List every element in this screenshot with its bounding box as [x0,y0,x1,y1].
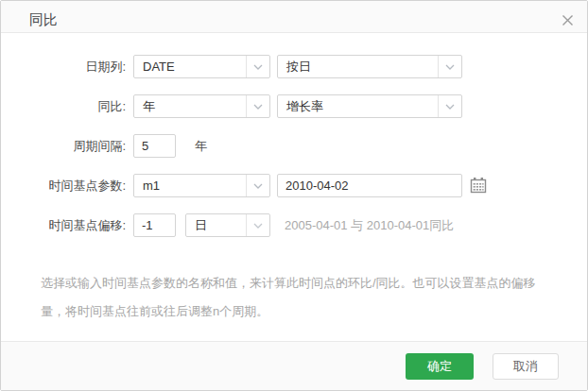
dialog-header: 同比 [1,1,587,33]
date-granularity-value: 按日 [278,56,438,77]
base-point-label: 时间基点参数: [1,174,126,197]
chevron-down-icon [246,214,269,236]
date-column-label: 日期列: [1,55,126,78]
form-row-date-column: 日期列: DATE 按日 [1,55,587,78]
chevron-down-icon [246,95,269,117]
interval-input[interactable] [133,134,176,158]
date-column-select[interactable]: DATE [133,55,270,78]
base-point-date-input[interactable] [277,174,462,197]
yoy-metric-select[interactable]: 增长率 [277,94,462,118]
yoy-metric-value: 增长率 [278,95,438,117]
form-row-yoy: 同比: 年 增长率 [1,94,587,118]
cancel-button[interactable]: 取消 [493,353,559,380]
dialog-description: 选择或输入时间基点参数的名称和值，来计算此时间点的环比/同比。也可以设置基点的偏… [41,269,551,326]
offset-preview-hint: 2005-04-01 与 2010-04-01同比 [285,213,454,237]
interval-label: 周期间隔: [1,134,126,158]
yoy-label: 同比: [1,94,126,118]
yoy-period-value: 年 [134,95,246,117]
yoy-period-select[interactable]: 年 [133,94,270,118]
base-point-param-value: m1 [134,175,246,196]
form-row-base-point: 时间基点参数: m1 [1,174,587,197]
date-granularity-select[interactable]: 按日 [277,55,462,78]
date-column-value: DATE [134,56,246,77]
offset-unit-value: 日 [186,214,246,236]
dialog-title: 同比 [29,11,58,29]
dialog-footer: 确定 取消 [1,341,587,390]
chevron-down-icon [246,175,269,196]
chevron-down-icon [438,95,461,117]
offset-unit-select[interactable]: 日 [185,213,270,237]
confirm-button[interactable]: 确定 [406,353,474,380]
offset-input[interactable] [133,213,176,237]
form-row-interval: 周期间隔: 年 [1,134,587,158]
close-icon[interactable] [561,13,574,26]
interval-unit: 年 [195,134,207,158]
calendar-icon[interactable] [469,176,488,195]
offset-label: 时间基点偏移: [1,213,126,237]
form-row-offset: 时间基点偏移: 日 2005-04-01 与 2010-04-01同比 [1,213,587,237]
chevron-down-icon [246,56,269,77]
yoy-dialog: 同比 日期列: DATE 按日 同比: 年 增长率 [0,0,588,391]
base-point-param-select[interactable]: m1 [133,174,270,197]
chevron-down-icon [438,56,461,77]
